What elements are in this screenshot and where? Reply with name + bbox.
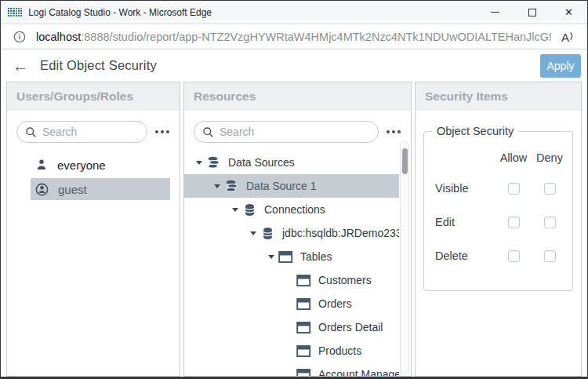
tree-item-products[interactable]: Products	[184, 339, 399, 363]
user-item-everyone[interactable]: everyone	[31, 154, 170, 176]
visible-row-label: Visible	[435, 172, 495, 206]
resources-search-input[interactable]	[220, 126, 372, 138]
user-item-guest[interactable]: guest	[31, 178, 170, 200]
table-icon	[296, 344, 311, 358]
browser-window: Logi Catalog Studio - Work - Microsoft E…	[0, 0, 588, 379]
resources-search-row	[194, 121, 405, 143]
object-security-grid: Allow Deny Visible Edit Delete	[424, 137, 572, 273]
apply-button[interactable]: Apply	[540, 54, 581, 78]
window-controls: ✕	[477, 1, 587, 24]
edit-allow-checkbox[interactable]	[508, 217, 520, 228]
edit-row-label: Edit	[435, 206, 495, 239]
tree-item-jdbc-hsqldb-jrdemo2330[interactable]: jdbc:hsqldb:JRDemo2330	[184, 221, 399, 245]
resources-search-box[interactable]	[194, 121, 379, 143]
tree-item-orders-detail[interactable]: Orders Detail	[184, 315, 399, 339]
minimize-button[interactable]	[477, 1, 514, 24]
expand-caret-icon[interactable]	[250, 231, 256, 235]
window-title: Logi Catalog Studio - Work - Microsoft E…	[28, 7, 212, 18]
delete-allow-checkbox[interactable]	[508, 250, 520, 262]
table-icon	[296, 297, 311, 311]
search-icon	[25, 126, 37, 138]
sound-wave-icon	[570, 31, 575, 41]
url-host: localhost	[36, 31, 81, 43]
users-list: everyone guest	[7, 154, 180, 202]
object-security-legend: Object Security	[432, 125, 518, 137]
user-item-label: guest	[58, 183, 87, 196]
users-search-box[interactable]	[16, 121, 147, 143]
users-search-input[interactable]	[42, 126, 140, 138]
user-item-label: everyone	[57, 159, 106, 172]
allow-column-header: Allow	[495, 147, 532, 172]
users-panel-title: Users/Groups/Roles	[7, 82, 180, 111]
resources-panel: Resources Data Sources Data Source 1	[183, 82, 412, 377]
users-more-options-icon[interactable]	[151, 126, 173, 138]
scrollbar[interactable]	[400, 141, 409, 374]
read-aloud-button[interactable]: A	[561, 31, 575, 43]
deny-column-header: Deny	[532, 147, 568, 172]
table-icon	[296, 321, 311, 334]
guest-icon	[35, 183, 49, 196]
table-icon	[296, 274, 311, 287]
close-icon: ✕	[564, 7, 573, 17]
delete-row-label: Delete	[435, 239, 495, 273]
tree-item-data-sources[interactable]: Data Sources	[184, 151, 399, 174]
resources-tree: Data Sources Data Source 1 Connections j…	[184, 151, 399, 376]
page-title: Edit Object Security	[40, 58, 157, 73]
read-aloud-icon: A	[561, 31, 569, 43]
stacked-databases-icon	[224, 180, 239, 193]
visible-allow-checkbox[interactable]	[508, 183, 520, 195]
scrollbar-thumb[interactable]	[402, 148, 408, 174]
titlebar: Logi Catalog Studio - Work - Microsoft E…	[1, 1, 587, 24]
resources-more-options-icon[interactable]	[383, 126, 405, 138]
address-bar[interactable]: localhost:8888/studio/report/app-NTZ2Vzg…	[1, 24, 587, 49]
tree-item-account-managers[interactable]: Account Managers	[184, 363, 399, 376]
security-items-panel: Security Items Object Security Allow Den…	[415, 82, 582, 377]
stacked-databases-icon	[206, 156, 221, 169]
url-text[interactable]: localhost:8888/studio/report/app-NTZ2Vzg…	[36, 31, 551, 43]
expand-caret-icon[interactable]	[196, 161, 202, 165]
edit-deny-checkbox[interactable]	[544, 217, 556, 228]
visible-deny-checkbox[interactable]	[544, 183, 556, 195]
user-icon	[35, 159, 48, 171]
expand-caret-icon[interactable]	[268, 255, 274, 259]
users-panel: Users/Groups/Roles everyone guest	[6, 82, 180, 377]
database-icon	[260, 227, 275, 240]
database-icon	[242, 203, 257, 217]
logi-logo-icon	[8, 8, 22, 17]
object-security-group: Object Security Allow Deny Visible Edit …	[423, 125, 573, 291]
tree-item-connections[interactable]: Connections	[184, 198, 399, 221]
maximize-icon	[528, 9, 536, 16]
maximize-button[interactable]	[514, 1, 550, 24]
tree-item-customers[interactable]: Customers	[184, 268, 399, 292]
minimize-icon	[491, 12, 499, 13]
back-button[interactable]: ←	[13, 58, 28, 74]
delete-deny-checkbox[interactable]	[544, 250, 556, 262]
url-path: :8888/studio/report/app-NTZ2VzgHYWRtaW4H…	[81, 31, 551, 43]
tree-item-orders[interactable]: Orders	[184, 292, 399, 315]
app-header: ← Edit Object Security Apply	[1, 49, 587, 82]
site-info-icon[interactable]	[13, 31, 26, 43]
expand-caret-icon[interactable]	[232, 208, 238, 212]
search-icon	[202, 126, 214, 138]
resources-panel-title: Resources	[184, 82, 411, 111]
panels-container: Users/Groups/Roles everyone guest	[1, 82, 587, 377]
expand-caret-icon[interactable]	[214, 184, 220, 188]
security-panel-title: Security Items	[416, 82, 581, 111]
tree-item-data-source-1[interactable]: Data Source 1	[184, 174, 399, 198]
close-button[interactable]: ✕	[550, 1, 587, 24]
tree-item-tables[interactable]: Tables	[184, 245, 399, 268]
table-icon	[278, 250, 293, 264]
table-icon	[296, 368, 311, 377]
users-search-row	[16, 121, 173, 143]
